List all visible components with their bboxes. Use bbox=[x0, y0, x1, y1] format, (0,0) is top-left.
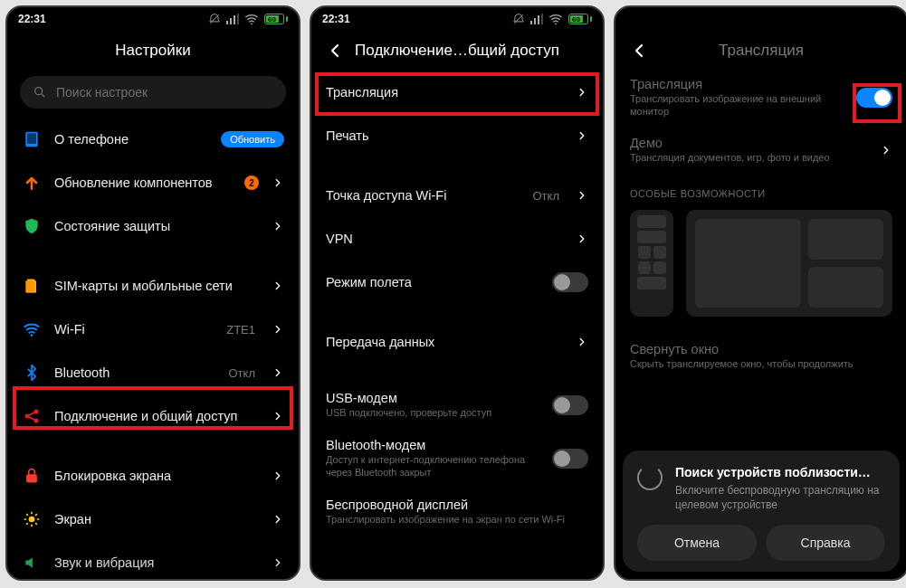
header: Подключение…бщий доступ bbox=[311, 31, 603, 71]
help-button[interactable]: Справка bbox=[766, 525, 885, 561]
airplane-toggle[interactable] bbox=[552, 272, 588, 292]
update-count-badge: 2 bbox=[244, 175, 259, 190]
svg-point-15 bbox=[29, 517, 35, 523]
row-about-phone[interactable]: О телефоне Обновить bbox=[7, 118, 299, 161]
svg-rect-27 bbox=[538, 15, 539, 24]
usb-toggle[interactable] bbox=[552, 395, 588, 415]
bluetooth-icon bbox=[22, 363, 42, 383]
chevron-right-icon bbox=[576, 86, 588, 99]
svg-rect-14 bbox=[26, 474, 37, 482]
row-minimize-window[interactable]: Свернуть окно Скрыть транслируемое окно,… bbox=[615, 331, 906, 382]
svg-line-20 bbox=[26, 514, 28, 516]
chevron-right-icon bbox=[880, 144, 892, 156]
row-wireless-display[interactable]: Беспроводной дисплей Транслировать изобр… bbox=[311, 487, 603, 537]
chevron-right-icon bbox=[272, 323, 284, 336]
svg-line-7 bbox=[42, 94, 44, 97]
hotspot-value: Откл bbox=[533, 189, 560, 203]
tv-illustration bbox=[686, 210, 892, 317]
row-cast-toggle[interactable]: Трансляция Транслировать изображение на … bbox=[615, 71, 906, 125]
chevron-right-icon bbox=[272, 280, 284, 292]
row-bluetooth[interactable]: Bluetooth Откл bbox=[7, 351, 299, 394]
row-wifi[interactable]: Wi-Fi ZTE1 bbox=[7, 308, 299, 351]
dnd-icon bbox=[208, 13, 221, 25]
svg-point-29 bbox=[555, 23, 557, 24]
row-sim-cards[interactable]: SIM-карты и мобильные сети bbox=[7, 264, 299, 308]
row-lock-screen[interactable]: Блокировка экрана bbox=[7, 454, 299, 498]
chevron-right-icon bbox=[272, 220, 284, 232]
signal-icon bbox=[530, 14, 543, 24]
back-button[interactable] bbox=[324, 40, 346, 62]
cast-preview bbox=[615, 204, 906, 331]
cast-toggle[interactable] bbox=[856, 88, 892, 108]
sheet-title: Поиск устройств поблизости… bbox=[675, 465, 885, 479]
share-icon bbox=[22, 406, 42, 426]
svg-point-5 bbox=[251, 23, 253, 24]
sim-icon bbox=[22, 276, 42, 296]
battery-icon: 60 bbox=[568, 14, 592, 24]
chevron-right-icon bbox=[272, 556, 284, 569]
row-demo[interactable]: Демо Трансляция документов, игр, фото и … bbox=[615, 125, 906, 175]
cancel-button[interactable]: Отмена bbox=[637, 525, 757, 561]
row-airplane-mode[interactable]: Режим полета bbox=[311, 261, 603, 304]
wifi-icon bbox=[22, 319, 42, 339]
svg-rect-25 bbox=[530, 21, 532, 24]
back-button[interactable] bbox=[628, 40, 650, 62]
chevron-right-icon bbox=[272, 176, 284, 189]
svg-rect-1 bbox=[226, 21, 228, 24]
row-data-transfer[interactable]: Передача данных bbox=[311, 320, 603, 364]
phone-icon bbox=[22, 129, 42, 149]
signal-icon bbox=[226, 14, 239, 24]
screen-connection-sharing: 22:31 60 Подключение…бщий доступ Трансля… bbox=[310, 5, 605, 581]
row-sound[interactable]: Звук и вибрация bbox=[7, 541, 299, 581]
chevron-right-icon bbox=[272, 513, 284, 526]
dnd-icon bbox=[512, 13, 525, 25]
svg-rect-3 bbox=[234, 15, 235, 24]
row-display[interactable]: Экран bbox=[7, 498, 299, 541]
row-component-updates[interactable]: Обновление компонентов 2 bbox=[7, 161, 299, 204]
chevron-right-icon bbox=[576, 336, 588, 348]
svg-point-10 bbox=[31, 334, 33, 337]
lock-icon bbox=[22, 466, 42, 486]
row-bt-tether[interactable]: Bluetooth-модем Доступ к интернет-подклю… bbox=[311, 431, 603, 487]
spinner-icon bbox=[637, 465, 663, 490]
chevron-right-icon bbox=[272, 469, 284, 482]
row-usb-tether[interactable]: USB-модем USB подключено, проверьте дост… bbox=[311, 380, 603, 431]
section-caption: ОСОБЫЕ ВОЗМОЖНОСТИ bbox=[615, 175, 906, 204]
row-cast[interactable]: Трансляция bbox=[311, 71, 603, 114]
wifi-icon bbox=[548, 14, 563, 24]
remote-illustration bbox=[630, 210, 673, 317]
sun-icon bbox=[22, 509, 42, 529]
wifi-value: ZTE1 bbox=[226, 323, 255, 337]
searching-sheet: Поиск устройств поблизости… Включите бес… bbox=[623, 450, 900, 572]
row-print[interactable]: Печать bbox=[311, 114, 603, 157]
chevron-right-icon bbox=[272, 366, 284, 379]
svg-line-23 bbox=[35, 514, 37, 516]
svg-line-21 bbox=[35, 523, 37, 525]
chevron-right-icon bbox=[576, 189, 588, 202]
svg-rect-28 bbox=[541, 14, 543, 24]
bt-tether-toggle[interactable] bbox=[552, 449, 588, 469]
row-hotspot[interactable]: Точка доступа Wi-Fi Откл bbox=[311, 174, 603, 217]
chevron-right-icon bbox=[576, 129, 588, 142]
svg-point-6 bbox=[35, 88, 43, 95]
svg-rect-4 bbox=[237, 14, 239, 24]
row-connection-sharing[interactable]: Подключение и общий доступ bbox=[7, 394, 299, 438]
row-vpn[interactable]: VPN bbox=[311, 217, 603, 261]
battery-icon: 60 bbox=[264, 14, 288, 24]
update-badge[interactable]: Обновить bbox=[221, 131, 284, 147]
row-security-status[interactable]: Состояние защиты bbox=[7, 204, 299, 248]
svg-line-22 bbox=[26, 523, 28, 525]
status-bar: 22:31 60 bbox=[311, 7, 603, 31]
sound-icon bbox=[22, 553, 42, 573]
page-title: Подключение…бщий доступ bbox=[355, 42, 559, 60]
svg-rect-26 bbox=[534, 18, 536, 24]
bluetooth-value: Откл bbox=[229, 366, 256, 380]
clock: 22:31 bbox=[322, 13, 350, 25]
search-placeholder: Поиск настроек bbox=[56, 85, 148, 100]
search-input[interactable]: Поиск настроек bbox=[20, 76, 286, 109]
screen-cast: Трансляция Трансляция Транслировать изоб… bbox=[614, 5, 906, 581]
wifi-icon bbox=[244, 14, 259, 24]
update-icon bbox=[22, 173, 42, 193]
chevron-right-icon bbox=[272, 410, 284, 422]
page-title: Настройки bbox=[115, 42, 190, 60]
